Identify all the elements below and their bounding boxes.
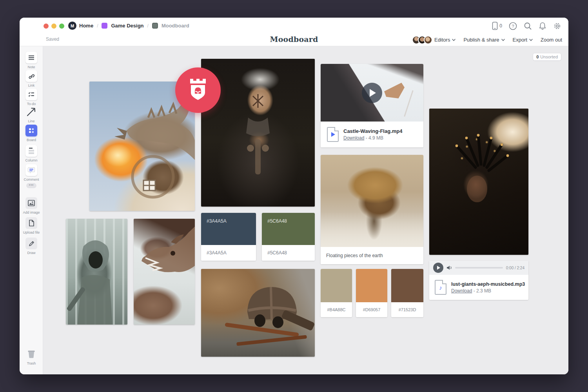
board-icon [28, 127, 34, 134]
color-hex-label: #3A4A5A [201, 245, 256, 261]
export-menu[interactable]: Export [513, 37, 533, 43]
breadcrumb-home[interactable]: Home [79, 23, 93, 29]
tool-draw[interactable]: Draw [20, 238, 43, 255]
device-count: 0 [499, 23, 502, 29]
chevron-down-icon [501, 39, 505, 41]
line-arrow-icon [26, 107, 36, 117]
zoom-window-button[interactable] [59, 24, 64, 29]
close-window-button[interactable] [44, 24, 49, 29]
todo-icon [28, 92, 34, 97]
editors-label: Editors [434, 37, 450, 43]
feather-fan-overlay [429, 109, 528, 255]
svg-text:?: ? [512, 24, 514, 28]
audio-download-link[interactable]: Download [451, 288, 472, 294]
image-floating-rock[interactable] [321, 155, 423, 247]
tool-upload-file[interactable]: Upload file [20, 217, 43, 234]
tool-note[interactable]: Note [20, 52, 43, 69]
search-button[interactable] [524, 22, 532, 30]
link-icon [28, 73, 34, 79]
audio-time: 0:00 / 2:24 [506, 266, 524, 270]
color-swatch-card[interactable]: #71523D [391, 269, 423, 317]
video-thumbnail-castle-flag[interactable] [321, 64, 423, 122]
video-filesize: - 4.9 MB [366, 135, 383, 141]
volume-icon[interactable] [446, 265, 452, 270]
audio-play-button[interactable] [433, 263, 443, 273]
help-button[interactable]: ? [509, 22, 517, 30]
unsorted-count: 0 [536, 54, 539, 59]
captioned-image-card[interactable]: Floating pieces of the earth [321, 155, 423, 264]
image-dragon-figurehead[interactable] [134, 219, 195, 325]
tool-more[interactable]: ••• [20, 183, 43, 188]
project-chip-icon[interactable] [102, 23, 107, 29]
tool-link[interactable]: Link [20, 70, 43, 87]
breadcrumb: Home / Game Design / Moodboard [79, 22, 189, 30]
draw-pencil-icon [28, 240, 35, 247]
breadcrumb-project[interactable]: Game Design [111, 23, 143, 29]
add-image-icon [28, 200, 35, 206]
video-card[interactable]: Castle-Waving-Flag.mp4 Download - 4.9 MB [321, 64, 423, 147]
publish-share-menu[interactable]: Publish & share [463, 37, 505, 43]
color-swatch-card[interactable]: #D69057 [356, 269, 387, 317]
editors-menu[interactable]: Editors [412, 36, 456, 44]
image-caption: Floating pieces of the earth [321, 247, 423, 264]
tool-label: Trash [20, 361, 43, 365]
mobile-device-button[interactable]: 0 [492, 22, 502, 30]
image-knight-statue-forest[interactable] [66, 219, 127, 325]
note-icon [28, 55, 34, 60]
tool-add-image[interactable]: Add image [20, 197, 43, 214]
image-feather-headdress-woman[interactable] [429, 109, 528, 255]
castle-shield-icon [187, 78, 209, 102]
gear-icon [553, 22, 561, 30]
color-hex-overlay: #5C6A48 [267, 218, 287, 224]
tool-label: Draw [20, 251, 43, 255]
audio-file-icon: ♪ [435, 280, 446, 295]
tool-comment[interactable]: Comment [20, 164, 43, 181]
image-viking-helmet[interactable] [201, 269, 315, 357]
dragonhead-overlay [134, 219, 195, 325]
video-file-icon [327, 127, 339, 142]
zoom-out-button[interactable]: Zoom out [541, 37, 562, 43]
tool-trash[interactable]: Trash [20, 348, 43, 365]
tool-label: Column [20, 158, 43, 162]
trash-icon [26, 349, 36, 359]
breadcrumb-current-board: Moodboard [162, 23, 189, 29]
tool-board[interactable]: Board [20, 125, 43, 142]
search-icon [524, 22, 532, 30]
more-tools-icon: ••• [26, 183, 36, 188]
color-swatch-card[interactable]: #5C6A48 #5C6A48 [262, 213, 315, 261]
help-icon: ? [509, 22, 517, 30]
color-swatch-card[interactable]: #B4A88C [321, 269, 352, 317]
color-hex-overlay: #3A4A5A [207, 218, 227, 224]
export-label: Export [513, 37, 528, 43]
color-swatch: #5C6A48 [262, 213, 315, 245]
color-hex-label: #5C6A48 [262, 245, 315, 261]
tool-sidebar: Note Link To-do [20, 46, 43, 374]
notifications-button[interactable] [539, 22, 546, 30]
unsorted-badge[interactable]: 0Unsorted [533, 53, 561, 61]
tool-label: Note [20, 65, 43, 69]
video-download-link[interactable]: Download [343, 135, 364, 141]
play-icon [437, 266, 440, 270]
game-brand-logo[interactable] [175, 67, 221, 113]
tool-line[interactable]: Line [20, 106, 43, 123]
audio-progress-bar[interactable] [455, 267, 503, 269]
minimize-window-button[interactable] [51, 24, 56, 29]
color-swatch-card[interactable]: #3A4A5A #3A4A5A [201, 213, 256, 261]
audio-card[interactable]: 0:00 / 2:24 ♪ lust-giants-aeph-musicbed.… [429, 261, 528, 300]
board-chip-icon[interactable] [152, 23, 158, 29]
tool-todo[interactable]: To-do [20, 89, 43, 106]
editor-avatars [412, 36, 432, 44]
comment-icon [28, 167, 35, 174]
phone-icon [492, 22, 498, 30]
board-canvas[interactable]: 0Unsorted [43, 46, 568, 374]
color-hex-label: #B4A88C [321, 302, 352, 317]
video-filename: Castle-Waving-Flag.mp4 [343, 128, 402, 134]
avatar [424, 36, 432, 44]
publish-share-label: Publish & share [463, 37, 499, 43]
play-icon [370, 89, 376, 97]
app-logo[interactable]: M [68, 22, 76, 30]
settings-button[interactable] [553, 22, 561, 30]
video-play-button[interactable] [362, 83, 382, 103]
column-icon [28, 147, 34, 154]
tool-column[interactable]: Column [20, 145, 43, 162]
